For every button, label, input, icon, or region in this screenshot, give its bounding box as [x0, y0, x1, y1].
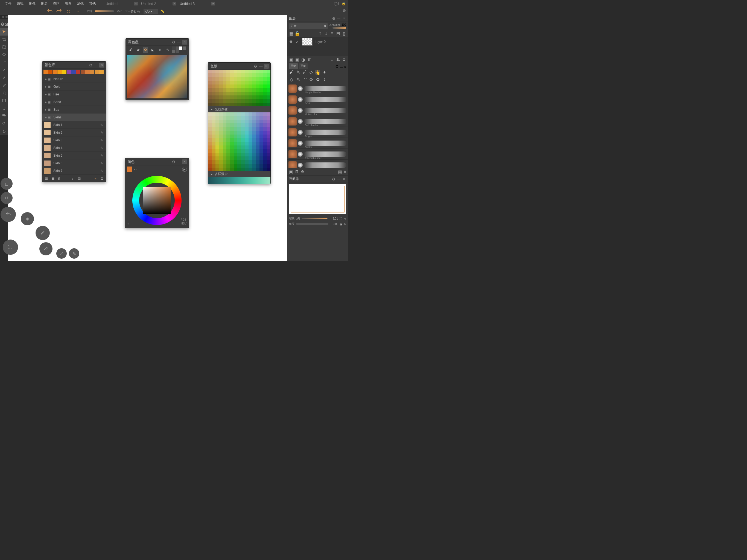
- brush-sub-icon[interactable]: ✿: [315, 77, 320, 82]
- minimize-icon[interactable]: [340, 65, 343, 69]
- layer-lock-all-icon[interactable]: ▦: [289, 31, 293, 35]
- zoom-slider[interactable]: [302, 218, 328, 219]
- quick-frame-button[interactable]: ◻: [1, 178, 12, 190]
- lasso-tool[interactable]: [0, 51, 8, 58]
- skin-item[interactable]: Skin 6✎: [42, 159, 106, 167]
- folder-item[interactable]: ▸ ▣Sand: [42, 98, 106, 106]
- minimize-icon[interactable]: [337, 17, 341, 21]
- grid-section-label[interactable]: ▸光线渐变: [208, 106, 271, 112]
- next-action-select[interactable]: -无- ▾: [144, 9, 158, 14]
- quick-fullscreen-button[interactable]: ⛶: [3, 239, 18, 255]
- lock-icon[interactable]: 🔒: [295, 31, 300, 35]
- gradient-tool[interactable]: [0, 97, 8, 104]
- hand-tool[interactable]: [0, 127, 8, 135]
- brush-sub-icon[interactable]: ⌇: [322, 77, 327, 82]
- brush-item[interactable]: Shifter: [287, 138, 348, 149]
- swap-icon[interactable]: ⤺: [134, 167, 137, 171]
- roller-tool[interactable]: [0, 112, 8, 120]
- swatch[interactable]: [62, 70, 67, 74]
- fan-brush-icon[interactable]: ✿: [143, 47, 149, 53]
- visibility-icon[interactable]: 👁: [289, 40, 293, 44]
- close-icon[interactable]: [134, 2, 138, 5]
- blend-mode-select[interactable]: 正常⇅: [289, 23, 328, 29]
- menu-file[interactable]: 文件: [2, 0, 14, 7]
- folder-item[interactable]: ▸ ▣Gold: [42, 83, 106, 91]
- quick-resize-button[interactable]: ⊕: [21, 212, 34, 225]
- reset-angle-icon[interactable]: ▣: [340, 223, 342, 226]
- gear-icon[interactable]: [331, 177, 336, 181]
- skin-item[interactable]: Skin 4✎: [42, 144, 106, 152]
- folder-item[interactable]: ▸ ▣Sea: [42, 106, 106, 113]
- skin-item[interactable]: Skin 7✎: [42, 167, 106, 175]
- gradient-bar[interactable]: [208, 177, 271, 184]
- trash-icon[interactable]: 🗑: [307, 57, 311, 62]
- gear-icon[interactable]: [171, 159, 176, 164]
- quick-undo-button[interactable]: [1, 207, 16, 222]
- angle-slider[interactable]: [296, 223, 328, 225]
- quick-eyedropper-button[interactable]: [35, 226, 50, 240]
- quick-rotate-button[interactable]: ↺: [1, 192, 12, 204]
- skin-item[interactable]: Skin 1✎: [42, 121, 106, 129]
- list-view-icon[interactable]: ≡: [344, 169, 346, 175]
- brush-sub-icon[interactable]: ◇: [289, 77, 294, 82]
- menu-select[interactable]: 选区: [50, 0, 62, 7]
- polyline-icon[interactable]: 〰: [74, 8, 81, 15]
- swatch[interactable]: [90, 70, 94, 74]
- new-layer-icon[interactable]: ▣: [289, 57, 293, 62]
- crop-tool[interactable]: [0, 35, 8, 43]
- trash-icon[interactable]: 🗑: [57, 176, 61, 181]
- gradient-grid-1[interactable]: [208, 70, 271, 106]
- sv-box[interactable]: [143, 187, 171, 214]
- minimize-icon[interactable]: [258, 64, 263, 69]
- swatch[interactable]: [53, 70, 57, 74]
- eyedropper-icon[interactable]: ✎: [164, 47, 170, 53]
- down-icon[interactable]: ↓: [330, 57, 334, 62]
- brush-item[interactable]: Motion blur: [287, 105, 348, 116]
- align-center-icon[interactable]: ≡: [330, 31, 334, 35]
- gear-icon[interactable]: [100, 176, 104, 181]
- mask-icon[interactable]: ◑: [301, 57, 305, 62]
- rgb-mode[interactable]: RGB: [180, 218, 186, 222]
- navigator-thumbnail[interactable]: [289, 184, 346, 214]
- folder-icon[interactable]: ▣: [295, 57, 300, 62]
- brush-item[interactable]: Finger: [287, 127, 348, 138]
- quick-smudge-button[interactable]: ✎: [69, 248, 79, 259]
- rotate-icon[interactable]: ↻: [344, 223, 346, 226]
- lasso-icon[interactable]: ◯: [65, 8, 72, 15]
- brush-item[interactable]: Soft blender: [287, 116, 348, 127]
- knife-icon[interactable]: ◣: [150, 47, 156, 53]
- up-icon[interactable]: ↑: [64, 176, 68, 181]
- close-icon[interactable]: [344, 65, 346, 69]
- skin-item[interactable]: Skin 3✎: [42, 136, 106, 144]
- skin-item[interactable]: Skin 2✎: [42, 129, 106, 136]
- gear-icon[interactable]: [253, 64, 258, 69]
- folder-item[interactable]: ▸ ▣Skins: [42, 113, 106, 121]
- crop-icon[interactable]: ⌗: [127, 222, 129, 226]
- flip-icon[interactable]: ⇋: [344, 217, 346, 220]
- trash-icon[interactable]: 🗑: [295, 169, 299, 175]
- menu-image[interactable]: 图像: [26, 0, 38, 7]
- swatch[interactable]: [67, 70, 71, 74]
- layer-thumbnail[interactable]: [302, 38, 312, 46]
- folder-item[interactable]: ▸ ▣Nature: [42, 75, 106, 83]
- wand-tool[interactable]: [0, 58, 8, 66]
- swatch[interactable]: [95, 70, 99, 74]
- gear-icon[interactable]: ⚙⊠: [0, 20, 8, 28]
- list-icon[interactable]: ≡: [93, 176, 98, 181]
- gear-icon[interactable]: [88, 62, 93, 68]
- measure-icon[interactable]: 📏: [161, 9, 164, 13]
- menu-view[interactable]: 视图: [62, 0, 74, 7]
- lock-icon[interactable]: 🔒: [341, 2, 345, 5]
- text-tool[interactable]: T: [0, 104, 8, 112]
- close-icon[interactable]: [173, 2, 176, 5]
- close-icon[interactable]: [211, 2, 215, 5]
- brush-tab[interactable]: 画笔: [299, 63, 308, 69]
- up-icon[interactable]: ↑: [324, 57, 328, 62]
- minimize-icon[interactable]: [94, 62, 99, 68]
- mixer-canvas[interactable]: [127, 55, 187, 99]
- eraser-tool[interactable]: [0, 81, 8, 89]
- menu-filter[interactable]: 滤镜: [74, 0, 86, 7]
- close-icon[interactable]: [182, 40, 187, 45]
- swatch[interactable]: [99, 70, 104, 74]
- eraser-icon[interactable]: ◇: [157, 47, 163, 53]
